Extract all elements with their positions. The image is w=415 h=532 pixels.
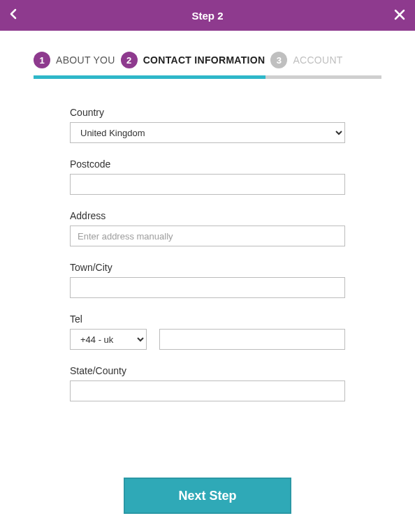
field-postcode: Postcode	[70, 158, 345, 195]
footer: Next Step	[0, 478, 415, 514]
field-country: Country United Kingdom	[70, 107, 345, 143]
step-3-label[interactable]: ACCOUNT	[293, 54, 342, 66]
progress-bar	[34, 75, 381, 79]
step-3-circle: 3	[270, 52, 287, 68]
tel-code-select[interactable]: +44 - uk	[70, 329, 147, 350]
next-step-button[interactable]: Next Step	[124, 478, 291, 514]
address-label: Address	[70, 210, 345, 221]
field-address: Address	[70, 210, 345, 246]
form-body: Country United Kingdom Postcode Address …	[0, 79, 415, 401]
step-2-circle: 2	[121, 52, 138, 68]
step-1-num: 1	[39, 55, 44, 66]
progress-fill	[34, 75, 265, 79]
tel-number-input[interactable]	[159, 329, 345, 350]
wizard-header: Step 2	[0, 0, 415, 31]
step-title: Step 2	[191, 10, 223, 22]
towncity-label: Town/City	[70, 262, 345, 273]
close-icon[interactable]	[391, 8, 405, 24]
tel-row: +44 - uk	[70, 329, 345, 350]
tel-label: Tel	[70, 313, 345, 325]
back-icon[interactable]	[10, 8, 24, 23]
country-select[interactable]: United Kingdom	[70, 122, 345, 143]
step-2-num: 2	[126, 55, 131, 66]
step-1-label[interactable]: ABOUT YOU	[56, 54, 115, 66]
statecounty-label: State/County	[70, 365, 345, 376]
stepper: 1 ABOUT YOU 2 CONTACT INFORMATION 3 ACCO…	[0, 31, 415, 75]
postcode-label: Postcode	[70, 158, 345, 170]
address-input[interactable]	[70, 226, 345, 246]
step-1-circle: 1	[34, 52, 50, 68]
field-statecounty: State/County	[70, 365, 345, 401]
statecounty-input[interactable]	[70, 380, 345, 401]
postcode-input[interactable]	[70, 174, 345, 195]
country-label: Country	[70, 107, 345, 118]
step-2-label[interactable]: CONTACT INFORMATION	[143, 54, 265, 66]
field-towncity: Town/City	[70, 262, 345, 298]
towncity-input[interactable]	[70, 277, 345, 298]
step-3-num: 3	[277, 55, 282, 66]
field-tel: Tel +44 - uk	[70, 313, 345, 350]
